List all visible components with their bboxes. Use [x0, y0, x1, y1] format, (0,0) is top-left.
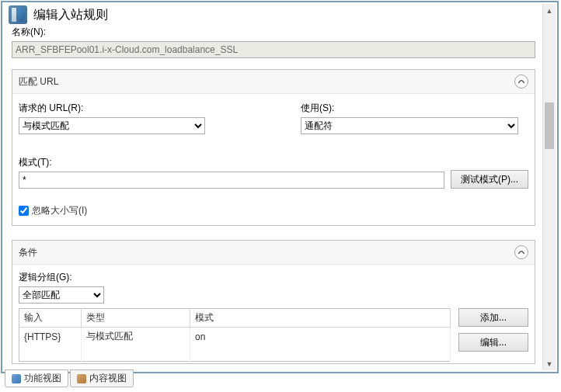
name-label: 名称(N): — [12, 26, 535, 39]
add-condition-button[interactable]: 添加... — [458, 308, 528, 327]
col-pattern: 模式 — [190, 309, 451, 328]
col-input: 输入 — [19, 309, 82, 328]
requested-url-select[interactable]: 与模式匹配 — [19, 117, 205, 134]
pattern-label: 模式(T): — [19, 156, 444, 169]
dialog-title: 编辑入站规则 — [33, 7, 108, 23]
chevron-up-icon — [518, 80, 524, 84]
content-view-icon — [77, 374, 86, 383]
scroll-track[interactable] — [543, 17, 556, 357]
pattern-input[interactable] — [19, 172, 444, 189]
test-pattern-button[interactable]: 测试模式(P)... — [451, 170, 528, 189]
ignore-case-checkbox[interactable] — [19, 206, 29, 216]
using-select[interactable]: 通配符 — [301, 117, 518, 134]
match-url-title: 匹配 URL — [19, 75, 58, 88]
vertical-scrollbar[interactable]: ▲ ▼ — [542, 4, 556, 370]
conditions-table[interactable]: 输入 类型 模式 {HTTPS} 与模式匹配 on — [19, 308, 451, 362]
view-tabs: 功能视图 内容视图 — [5, 369, 134, 387]
col-type: 类型 — [82, 309, 190, 328]
logic-group-select[interactable]: 全部匹配 — [19, 286, 104, 304]
requested-url-label: 请求的 URL(R): — [19, 102, 246, 115]
tab-content-view[interactable]: 内容视图 — [70, 369, 134, 387]
scroll-thumb[interactable] — [545, 102, 554, 149]
match-url-section: 匹配 URL 请求的 URL(R): 与模式匹配 使用(S): — [12, 69, 535, 226]
dialog-header: 编辑入站规则 — [2, 2, 557, 27]
conditions-title: 条件 — [19, 246, 37, 259]
collapse-match-url-button[interactable] — [514, 75, 528, 88]
app-icon — [9, 5, 27, 24]
scroll-down-arrow[interactable]: ▼ — [543, 357, 556, 370]
edit-condition-button[interactable]: 编辑... — [458, 333, 528, 352]
table-row[interactable]: {HTTPS} 与模式匹配 on — [19, 328, 451, 346]
tab-function-view[interactable]: 功能视图 — [5, 369, 68, 387]
scroll-up-arrow[interactable]: ▲ — [543, 4, 556, 17]
function-view-icon — [12, 374, 21, 383]
conditions-section: 条件 逻辑分组(G): 全部匹配 输入 类型 模 — [12, 240, 535, 364]
logic-group-label: 逻辑分组(G): — [19, 271, 528, 284]
chevron-up-icon — [518, 251, 524, 255]
collapse-conditions-button[interactable] — [514, 245, 528, 259]
name-input[interactable] — [12, 41, 535, 58]
ignore-case-label: 忽略大小写(I) — [32, 204, 87, 217]
using-label: 使用(S): — [301, 102, 528, 115]
